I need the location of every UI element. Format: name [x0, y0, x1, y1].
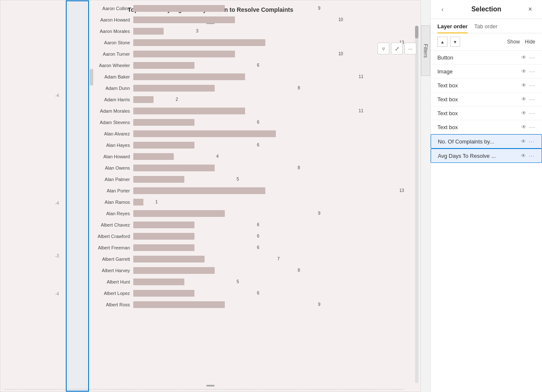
bar-cell: 9 — [133, 5, 406, 12]
bar-cell: 1 — [133, 199, 406, 205]
table-row: Albert Ross 9 — [66, 299, 406, 310]
table-row: Aaron Wheeler 6 — [66, 59, 406, 71]
table-row: Aaron Morales 3 — [66, 25, 406, 37]
layer-item[interactable]: Text box 👁 ··· — [431, 78, 542, 92]
bar-cell: 11 — [133, 108, 406, 114]
layer-item[interactable]: Avg Days To Resolve ... 👁 ··· — [431, 149, 542, 163]
bar-fill: 10 — [133, 16, 235, 23]
panel-back-button[interactable]: ‹ — [437, 4, 448, 14]
filter-button[interactable]: ▿ — [378, 43, 389, 54]
bar-cell: 13 — [133, 187, 406, 194]
visibility-icon[interactable]: 👁 — [521, 96, 526, 102]
bar-cell: 10 — [133, 51, 406, 57]
bar-fill: 9 — [133, 301, 225, 308]
layer-item-name: Text box — [437, 110, 521, 116]
hide-label[interactable]: Hide — [525, 39, 535, 45]
visibility-icon[interactable]: 👁 — [521, 82, 526, 88]
chart-border-bottom — [5, 389, 404, 389]
bar-cell: 6 — [133, 142, 406, 149]
layer-item[interactable]: Image 👁 ··· — [431, 65, 542, 78]
table-row: Adam Dunn 8 — [66, 82, 406, 94]
more-button[interactable]: ··· — [404, 43, 416, 54]
bar-fill: 6 — [133, 290, 194, 297]
names-and-bars: Aaron Collins 9 Aaron Howard 10 Aaron Mo… — [66, 3, 406, 383]
table-row: Aaron Stone 13 — [66, 37, 406, 48]
table-row: Albert Crawford 6 — [66, 230, 406, 242]
visibility-icon[interactable]: 👁 — [521, 68, 526, 74]
neg-label-3: -3 — [55, 254, 59, 258]
layer-item[interactable]: Text box 👁 ··· — [431, 106, 542, 120]
bar-fill: 5 — [133, 278, 184, 285]
more-options-icon[interactable]: ··· — [529, 54, 535, 61]
table-row: Alan Palmer 5 — [66, 173, 406, 185]
table-row: Alan Reyes 9 — [66, 208, 406, 219]
more-options-icon[interactable]: ··· — [529, 68, 535, 75]
table-row: Alan Alvarez 14 — [66, 128, 406, 139]
layer-controls-right: Show Hide — [507, 39, 535, 45]
bar-fill: 11 — [133, 108, 245, 114]
move-up-button[interactable]: ▲ — [437, 37, 448, 47]
visibility-icon[interactable]: 👁 — [521, 110, 526, 116]
layer-item[interactable]: Text box 👁 ··· — [431, 92, 542, 106]
bar-cell: 11 — [133, 73, 406, 80]
bar-value: 9 — [318, 211, 321, 216]
scroll-bottom-indicator — [206, 385, 215, 387]
bar-fill: 14 — [133, 130, 276, 137]
layer-list: Button 👁 ··· Image 👁 ··· Text box 👁 ··· … — [431, 51, 542, 392]
bar-cell: 6 — [133, 222, 406, 228]
visibility-icon[interactable]: 👁 — [521, 54, 526, 60]
bar-fill: 5 — [133, 176, 184, 183]
layer-controls: ▲ ▼ Show Hide — [431, 33, 542, 51]
visibility-icon[interactable]: 👁 — [521, 138, 526, 144]
vertical-scrollbar[interactable] — [415, 26, 418, 383]
bar-cell: 14 — [133, 130, 406, 137]
bar-cell: 8 — [133, 85, 406, 92]
bar-cell: 13 — [133, 39, 406, 46]
table-row: Aaron Howard 10 — [66, 14, 406, 25]
bar-fill: 1 — [133, 199, 143, 205]
layer-item-name: Avg Days To Resolve ... — [438, 153, 521, 159]
more-options-icon[interactable]: ··· — [529, 138, 535, 145]
move-down-button[interactable]: ▼ — [450, 37, 460, 47]
layer-item-name: No. Of Complaints by... — [438, 138, 521, 145]
more-options-icon[interactable]: ··· — [529, 124, 535, 130]
layer-item-icons: 👁 ··· — [521, 54, 535, 61]
more-options-icon[interactable]: ··· — [529, 82, 535, 89]
filters-tab[interactable]: Filters — [421, 25, 430, 76]
show-label[interactable]: Show — [507, 39, 520, 45]
more-options-icon[interactable]: ··· — [529, 110, 535, 116]
panel-title: Selection — [448, 5, 525, 13]
tab-layer-order[interactable]: Layer order — [437, 19, 468, 33]
layer-item-icons: 👁 ··· — [521, 138, 535, 145]
expand-button[interactable]: ⤢ — [391, 43, 403, 54]
layer-item-icons: 👁 ··· — [521, 124, 535, 130]
bar-fill: 9 — [133, 210, 225, 217]
layer-item-name: Image — [437, 68, 521, 75]
layer-item[interactable]: No. Of Complaints by... 👁 ··· — [431, 134, 542, 149]
layer-item-icons: 👁 ··· — [521, 152, 535, 159]
table-row: Albert Chavez 6 — [66, 219, 406, 230]
visibility-icon[interactable]: 👁 — [521, 124, 526, 130]
bar-cell: 7 — [133, 256, 406, 262]
table-row: Alan Owens 8 — [66, 162, 406, 173]
layer-item[interactable]: Button 👁 ··· — [431, 51, 542, 65]
bar-value: 3 — [196, 29, 199, 33]
bar-fill: 3 — [133, 28, 164, 35]
more-options-icon[interactable]: ··· — [529, 96, 535, 103]
more-options-icon[interactable]: ··· — [529, 152, 535, 159]
layer-item-name: Button — [437, 54, 521, 61]
bar-value: 6 — [257, 222, 259, 227]
scrollbar-thumb[interactable] — [415, 26, 418, 38]
neg-label-2: -4 — [55, 201, 59, 205]
layer-item-icons: 👁 ··· — [521, 96, 535, 103]
bar-value: 6 — [257, 63, 259, 68]
bar-cell: 4 — [133, 153, 406, 160]
tab-tab-order[interactable]: Tab order — [475, 19, 498, 33]
visibility-icon[interactable]: 👁 — [521, 153, 526, 159]
bar-fill: 8 — [133, 85, 215, 92]
bar-value: 6 — [257, 291, 259, 295]
layer-item[interactable]: Text box 👁 ··· — [431, 120, 542, 134]
bar-value: 9 — [318, 6, 321, 11]
table-row: Albert Garrett 7 — [66, 253, 406, 265]
panel-close-button[interactable]: × — [525, 4, 535, 14]
